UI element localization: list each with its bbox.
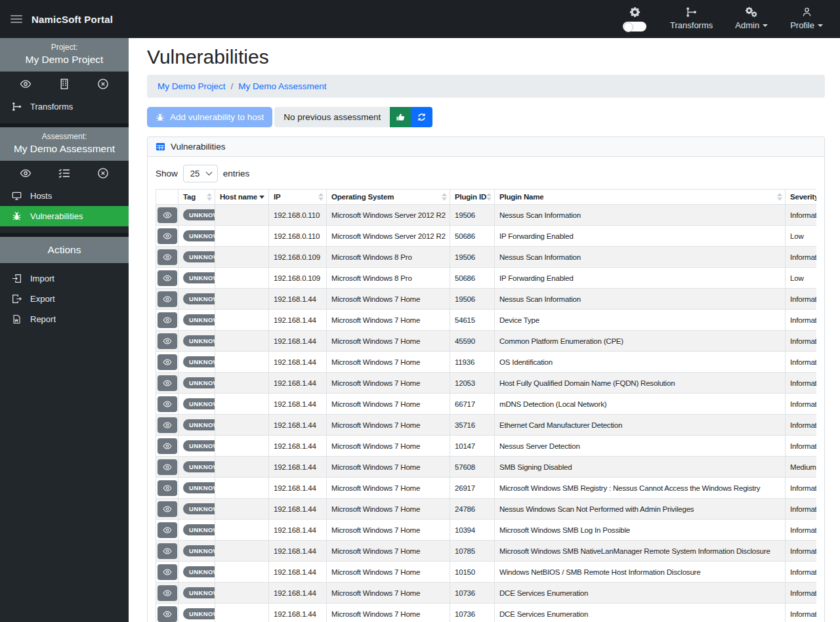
view-vulnerability-button[interactable] [158,606,177,622]
previous-assessment-select[interactable]: No previous assessment [274,107,390,127]
nav-profile[interactable]: Profile [790,7,823,30]
assessment-list-icon[interactable] [58,167,70,179]
column-label: Severity [790,193,816,201]
column-header-operating-system[interactable]: Operating System [327,190,450,205]
plugin-id-cell: 10147 [450,436,495,457]
toggle-switch[interactable] [623,22,646,31]
view-vulnerability-button[interactable] [158,375,177,391]
view-vulnerability-button[interactable] [158,564,177,580]
add-vulnerability-button[interactable]: Add vulnerability to host [147,107,272,127]
view-vulnerability-button[interactable] [158,522,177,538]
plugin-id-cell: 26917 [450,478,495,499]
page-length-select[interactable]: 25 [183,165,218,182]
sidebar-item-export[interactable]: Export [0,289,129,309]
close-assessment-icon[interactable] [97,167,109,179]
table-row: UNKNOWN 192.168.1.44 Microsoft Windows 7… [156,604,817,622]
menu-icon[interactable] [9,12,24,26]
sidebar-item-transforms[interactable]: Transforms [0,96,129,117]
sort-descending-icon [259,196,264,199]
plugin-id-cell: 12053 [450,373,495,394]
column-header-plugin-name[interactable]: Plugin Name [495,190,786,205]
app-title[interactable]: NamicSoft Portal [32,14,113,25]
sidebar-item-import[interactable]: Import [0,268,129,289]
nav-profile-label: Profile [790,20,814,30]
table-row: UNKNOWN 192.168.1.44 Microsoft Windows 7… [156,415,817,436]
caret-down-icon [818,24,823,27]
sidebar-item-report[interactable]: Report [0,309,129,329]
breadcrumb-assessment-link[interactable]: My Demo Assessment [238,81,326,91]
plugin-id-cell: 50686 [450,268,495,289]
view-vulnerability-button[interactable] [158,207,177,223]
view-vulnerability-button[interactable] [158,585,177,601]
nav-admin[interactable]: Admin [735,7,768,30]
operating-system-cell: Microsoft Windows 7 Home [327,457,450,478]
view-vulnerability-button[interactable] [158,333,177,349]
entries-label: entries [223,169,250,178]
view-vulnerability-button[interactable] [158,396,177,412]
view-vulnerability-button[interactable] [158,354,177,370]
add-vulnerability-label: Add vulnerability to host [170,112,264,122]
nav-transforms[interactable]: Transforms [670,7,713,30]
view-vulnerability-button[interactable] [158,228,177,244]
view-vulnerability-button[interactable] [158,312,177,328]
sidebar-item-hosts[interactable]: Hosts [0,186,129,206]
view-vulnerability-button[interactable] [158,459,177,475]
eye-icon [163,337,172,346]
sort-icon [442,193,447,201]
view-vulnerability-button[interactable] [158,438,177,454]
column-label: IP [274,193,280,201]
tag-badge: UNKNOWN [183,209,215,220]
plugin-id-cell: 19506 [450,289,495,310]
view-vulnerability-button[interactable] [158,291,177,307]
ip-cell: 192.168.1.44 [269,352,327,373]
plugin-id-cell: 19506 [450,205,495,226]
view-vulnerability-button[interactable] [158,543,177,559]
sidebar-transforms-label: Transforms [30,102,73,112]
assessment-label: Assessment: [3,132,126,141]
export-icon [12,294,22,304]
tag-badge: UNKNOWN [183,398,215,409]
sidebar-item-vulnerabilities[interactable]: Vulnerabilities [0,206,129,226]
column-header-ip[interactable]: IP [269,190,327,205]
column-header-host-name[interactable]: Host name [215,190,269,205]
plugin-id-cell: 10394 [450,520,495,541]
view-vulnerability-button[interactable] [158,480,177,496]
view-project-icon[interactable] [20,78,32,90]
tag-badge: UNKNOWN [183,251,215,262]
eye-icon [163,379,172,388]
host-name-cell [215,520,269,541]
view-assessment-icon[interactable] [20,167,32,179]
breadcrumb: My Demo Project / My Demo Assessment [147,75,825,98]
plugin-name-cell: DCE Services Enumeration [495,604,786,622]
sort-icon [777,193,782,201]
view-vulnerability-button[interactable] [158,249,177,265]
refresh-icon [417,112,427,122]
nav-settings-toggle[interactable] [621,7,648,31]
word-file-icon [12,314,22,324]
breadcrumb-project-link[interactable]: My Demo Project [158,81,226,91]
view-vulnerability-button[interactable] [158,501,177,517]
column-header-plugin-id[interactable]: Plugin ID [450,190,495,205]
host-name-cell [215,247,269,268]
host-name-cell [215,310,269,331]
view-vulnerability-button[interactable] [158,417,177,433]
close-project-icon[interactable] [97,78,109,90]
table-header-row: TagHost nameIPOperating SystemPlugin IDP… [156,190,817,205]
refresh-button[interactable] [411,107,432,127]
approve-button[interactable] [390,107,411,127]
column-label: Host name [220,193,257,201]
thumbs-up-icon [396,112,406,122]
eye-icon [163,295,172,304]
view-vulnerability-button[interactable] [158,270,177,286]
plugin-name-cell: Nessus Scan Information [495,247,786,268]
project-building-icon[interactable] [58,78,70,90]
column-header-tag[interactable]: Tag [178,190,215,205]
tag-badge: UNKNOWN [183,272,215,283]
sidebar-hosts-label: Hosts [30,191,52,201]
table-row: UNKNOWN 192.168.0.109 Microsoft Windows … [156,268,817,289]
tag-badge: UNKNOWN [183,524,215,535]
eye-icon [163,484,172,493]
eye-icon [163,463,172,472]
column-header-severity[interactable]: Severity [786,190,817,205]
ip-cell: 192.168.1.44 [269,562,327,583]
